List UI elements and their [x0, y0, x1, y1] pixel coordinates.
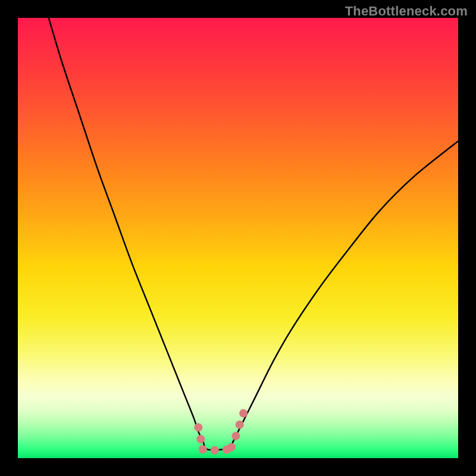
valley-handles-left [198, 427, 202, 447]
chart-svg [18, 18, 458, 458]
plot-area [18, 18, 458, 458]
bottleneck-curve [49, 18, 458, 450]
chart-container: TheBottleneck.com [0, 0, 476, 476]
watermark-label: TheBottleneck.com [345, 4, 468, 19]
valley-handles [198, 410, 245, 450]
valley-handles-floor [203, 449, 229, 450]
